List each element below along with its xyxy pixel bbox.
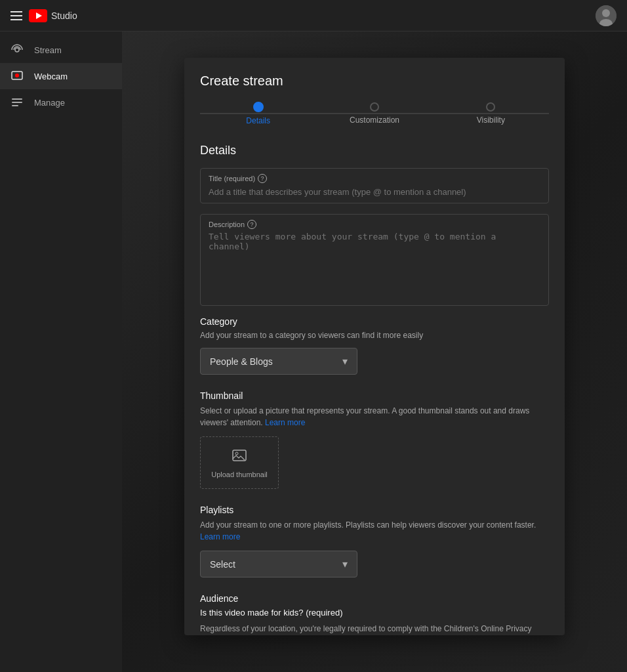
playlists-dropdown[interactable]: Select ▾: [200, 551, 357, 578]
step-customization-label: Customization: [350, 116, 399, 125]
youtube-logo-icon: [29, 9, 47, 22]
category-dropdown-arrow-icon: ▾: [342, 355, 348, 368]
playlists-dropdown-arrow-icon: ▾: [342, 558, 348, 570]
category-label: Category: [200, 316, 549, 327]
steps-container: Details Customization Visibility: [200, 102, 549, 125]
thumbnail-label: Thumbnail: [200, 390, 549, 401]
title-field-container: Title (required) ?: [200, 168, 549, 203]
sidebar-item-manage[interactable]: Manage: [0, 89, 122, 116]
description-input[interactable]: [209, 232, 540, 297]
webcam-icon: [10, 70, 24, 83]
card-title: Create stream: [200, 74, 549, 89]
hamburger-menu-icon[interactable]: [10, 11, 22, 20]
svg-point-3: [602, 9, 610, 17]
audience-description: Regardless of your location, you're lega…: [200, 623, 549, 635]
sidebar-item-stream[interactable]: Stream: [0, 37, 122, 63]
logo-container: Studio: [29, 9, 77, 22]
step-details[interactable]: Details: [200, 102, 316, 125]
step-visibility[interactable]: Visibility: [433, 102, 549, 125]
title-input[interactable]: [209, 187, 540, 197]
brand-name: Studio: [51, 10, 77, 21]
topbar: Studio: [0, 0, 627, 32]
category-description: Add your stream to a category so viewers…: [200, 331, 549, 340]
audience-label: Audience: [200, 593, 549, 604]
thumbnail-section: Thumbnail Select or upload a picture tha…: [200, 390, 549, 489]
stream-icon: [10, 43, 24, 56]
svg-point-7: [15, 74, 19, 77]
step-customization[interactable]: Customization: [316, 102, 432, 125]
category-dropdown[interactable]: People & Blogs ▾: [200, 348, 357, 375]
step-visibility-label: Visibility: [477, 116, 505, 125]
thumbnail-learn-more-link[interactable]: Learn more: [265, 418, 305, 427]
svg-point-5: [15, 48, 19, 52]
main-content: Create stream Details Customization Visi…: [122, 32, 627, 672]
category-selected-value: People & Blogs: [210, 356, 273, 367]
description-field-label: Description ?: [209, 220, 540, 229]
playlists-description: Add your stream to one or more playlists…: [200, 519, 549, 543]
form-card: Create stream Details Customization Visi…: [184, 58, 565, 635]
svg-point-12: [235, 452, 238, 455]
svg-rect-9: [12, 102, 22, 103]
sidebar-item-webcam[interactable]: Webcam: [0, 63, 122, 89]
audience-section: Audience Is this video made for kids? (r…: [200, 593, 549, 635]
upload-image-icon: [232, 448, 247, 467]
sidebar-webcam-label: Webcam: [34, 72, 68, 81]
description-help-icon[interactable]: ?: [247, 220, 256, 229]
title-field-label: Title (required) ?: [209, 174, 540, 183]
sidebar: Stream Webcam Manage: [0, 32, 122, 672]
step-details-label: Details: [246, 116, 270, 125]
step-details-circle: [253, 102, 264, 112]
svg-rect-8: [12, 98, 22, 100]
svg-rect-10: [12, 105, 18, 106]
sidebar-manage-label: Manage: [34, 98, 65, 108]
playlists-selected-value: Select: [210, 559, 235, 570]
step-visibility-circle: [486, 102, 495, 112]
details-section-title: Details: [200, 144, 549, 158]
playlists-label: Playlists: [200, 505, 549, 515]
avatar[interactable]: [596, 5, 617, 26]
audience-question: Is this video made for kids? (required): [200, 608, 549, 618]
title-help-icon[interactable]: ?: [258, 174, 267, 183]
category-section: Category Add your stream to a category s…: [200, 316, 549, 375]
manage-icon: [10, 96, 24, 109]
sidebar-stream-label: Stream: [34, 45, 62, 55]
thumbnail-upload-box[interactable]: Upload thumbnail: [200, 436, 279, 489]
description-field-container: Description ?: [200, 214, 549, 306]
playlists-section: Playlists Add your stream to one or more…: [200, 505, 549, 578]
step-customization-circle: [370, 102, 379, 112]
thumbnail-upload-label: Upload thumbnail: [211, 471, 268, 478]
playlists-learn-more-link[interactable]: Learn more: [200, 532, 240, 541]
thumbnail-description: Select or upload a picture that represen…: [200, 405, 549, 429]
